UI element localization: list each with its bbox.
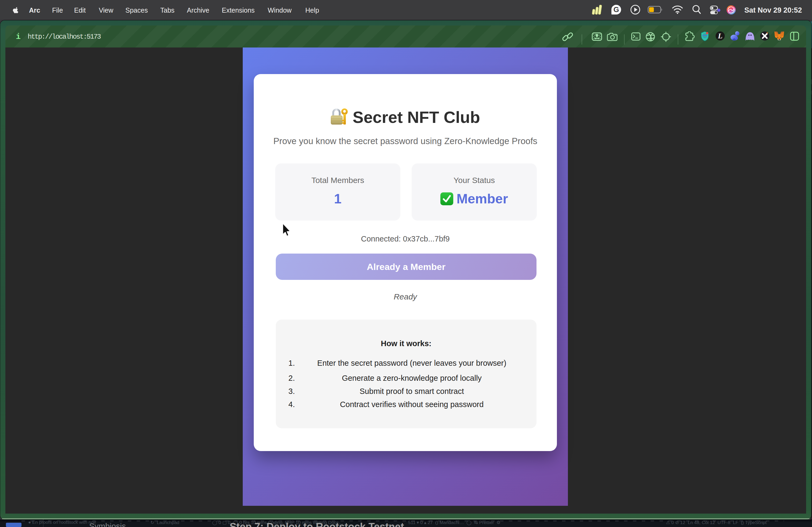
svg-text:L: L (717, 32, 722, 40)
svg-text:G: G (613, 6, 619, 14)
